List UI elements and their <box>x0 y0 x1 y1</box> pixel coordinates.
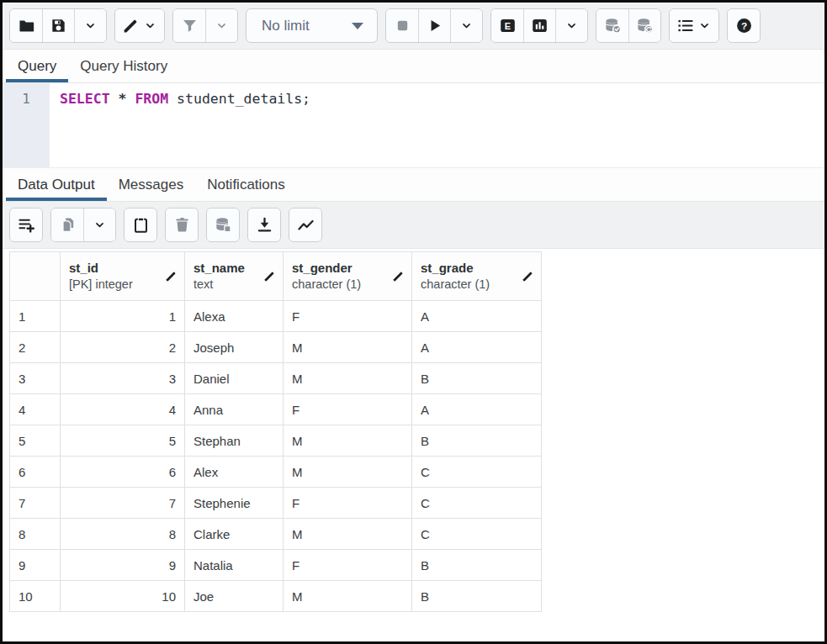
cell-st_name[interactable]: Clarke <box>185 519 284 550</box>
open-file-button[interactable] <box>10 9 42 42</box>
save-file-button[interactable] <box>42 9 74 42</box>
column-name: st_name <box>193 260 245 277</box>
paste-button[interactable] <box>125 209 156 241</box>
edit-column-pencil-icon[interactable] <box>392 270 405 282</box>
cell-st_name[interactable]: Stephenie <box>185 488 284 519</box>
cell-st_id[interactable]: 7 <box>61 488 185 519</box>
macros-button[interactable] <box>670 9 718 42</box>
cell-st_gender[interactable]: M <box>284 519 412 550</box>
row-number-cell[interactable]: 9 <box>10 550 61 581</box>
cell-st_id[interactable]: 5 <box>61 425 185 457</box>
row-limit-select[interactable]: No limit <box>246 8 378 43</box>
row-number-cell[interactable]: 3 <box>10 363 61 394</box>
filter-options-chevron[interactable] <box>205 9 237 42</box>
graph-visualiser-button[interactable] <box>289 209 321 241</box>
cell-st_id[interactable]: 9 <box>61 550 185 581</box>
tab-data-output[interactable]: Data Output <box>6 168 107 201</box>
cell-st_gender[interactable]: M <box>284 425 412 457</box>
column-header-st_id[interactable]: st_id[PK] integer <box>61 252 185 301</box>
cell-st_gender[interactable]: M <box>284 332 412 363</box>
row-number-cell[interactable]: 2 <box>10 332 61 363</box>
cancel-query-button[interactable] <box>386 9 418 42</box>
cell-st_id[interactable]: 2 <box>61 332 185 363</box>
cell-st_id[interactable]: 4 <box>61 394 185 425</box>
cell-st_grade[interactable]: A <box>412 301 542 332</box>
cell-st_id[interactable]: 3 <box>61 363 185 394</box>
cell-st_name[interactable]: Stephan <box>185 425 284 457</box>
cell-st_id[interactable]: 1 <box>61 301 185 332</box>
row-number-cell[interactable]: 8 <box>10 519 61 550</box>
select-all-corner-cell[interactable] <box>10 252 61 301</box>
cell-st_grade[interactable]: A <box>412 332 542 363</box>
cell-st_name[interactable]: Joe <box>185 581 284 612</box>
filter-button[interactable] <box>173 9 205 42</box>
tab-messages[interactable]: Messages <box>107 168 195 201</box>
toolbar-button-group <box>9 8 107 43</box>
execute-query-button[interactable] <box>418 9 450 42</box>
explain-options-chevron[interactable] <box>555 9 587 42</box>
edit-column-pencil-icon[interactable] <box>263 270 276 282</box>
cell-st_name[interactable]: Anna <box>185 394 284 425</box>
chevron-down-icon <box>697 18 712 33</box>
edit-options-button[interactable] <box>115 9 164 42</box>
row-number-cell[interactable]: 7 <box>10 488 61 519</box>
cell-st_grade[interactable]: B <box>412 550 542 581</box>
cell-st_gender[interactable]: F <box>284 301 412 332</box>
data-output-toolbar <box>3 202 824 249</box>
cell-st_grade[interactable]: C <box>412 488 542 519</box>
row-number-cell[interactable]: 6 <box>10 457 61 488</box>
copy-button[interactable] <box>51 209 83 241</box>
cell-st_name[interactable]: Daniel <box>185 363 284 394</box>
save-options-chevron[interactable] <box>74 9 106 42</box>
help-button[interactable]: ? <box>728 9 760 42</box>
tab-query-history[interactable]: Query History <box>68 50 179 82</box>
cell-st_gender[interactable]: M <box>284 363 412 394</box>
cell-st_grade[interactable]: C <box>412 519 542 550</box>
sql-code-line[interactable]: SELECT * FROM student_details; <box>50 83 824 167</box>
cell-st_gender[interactable]: F <box>284 550 412 581</box>
explain-button[interactable]: E <box>491 9 523 42</box>
cell-st_grade[interactable]: A <box>412 394 542 425</box>
column-type: character (1) <box>292 277 361 293</box>
row-number-cell[interactable]: 5 <box>10 425 61 457</box>
cell-st_grade[interactable]: B <box>412 363 542 394</box>
rollback-button[interactable] <box>628 9 660 42</box>
cell-st_id[interactable]: 6 <box>61 457 185 488</box>
column-header-st_gender[interactable]: st_gendercharacter (1) <box>284 252 412 301</box>
cell-st_name[interactable]: Alexa <box>185 301 284 332</box>
cell-st_grade[interactable]: B <box>412 425 542 457</box>
column-header-st_name[interactable]: st_nametext <box>185 252 284 301</box>
copy-options-chevron[interactable] <box>83 209 115 241</box>
cell-st_id[interactable]: 8 <box>61 519 185 550</box>
cell-st_name[interactable]: Natalia <box>185 550 284 581</box>
add-row-button[interactable] <box>10 209 42 241</box>
column-header-st_grade[interactable]: st_gradecharacter (1) <box>412 252 542 301</box>
save-results-to-file-button[interactable] <box>248 209 280 241</box>
toolbar-button-group: E <box>490 8 588 43</box>
tab-notifications[interactable]: Notifications <box>195 168 297 201</box>
cell-st_name[interactable]: Alex <box>185 457 284 488</box>
tab-query[interactable]: Query <box>6 50 68 82</box>
cell-st_name[interactable]: Joseph <box>185 332 284 363</box>
cell-st_id[interactable]: 10 <box>61 581 185 612</box>
cell-st_gender[interactable]: M <box>284 457 412 488</box>
sql-editor[interactable]: 1 SELECT * FROM student_details; <box>3 83 824 168</box>
toolbar-button-group <box>114 8 165 43</box>
row-number-cell[interactable]: 1 <box>10 301 61 332</box>
chevron-icon <box>83 18 98 33</box>
cell-st_grade[interactable]: B <box>412 581 542 612</box>
cell-st_grade[interactable]: C <box>412 457 542 488</box>
commit-button[interactable] <box>596 9 628 42</box>
explain-analyze-button[interactable] <box>523 9 555 42</box>
save-data-changes-button[interactable] <box>207 209 239 241</box>
cell-st_gender[interactable]: F <box>284 394 412 425</box>
row-number-cell[interactable]: 4 <box>10 394 61 425</box>
cell-st_gender[interactable]: F <box>284 488 412 519</box>
execute-options-chevron[interactable] <box>450 9 482 42</box>
edit-column-pencil-icon[interactable] <box>165 270 178 282</box>
table-row: 22JosephMA <box>10 332 542 363</box>
row-number-cell[interactable]: 10 <box>10 581 61 612</box>
edit-column-pencil-icon[interactable] <box>522 270 534 282</box>
delete-row-button[interactable] <box>166 209 198 241</box>
cell-st_gender[interactable]: M <box>284 581 412 612</box>
